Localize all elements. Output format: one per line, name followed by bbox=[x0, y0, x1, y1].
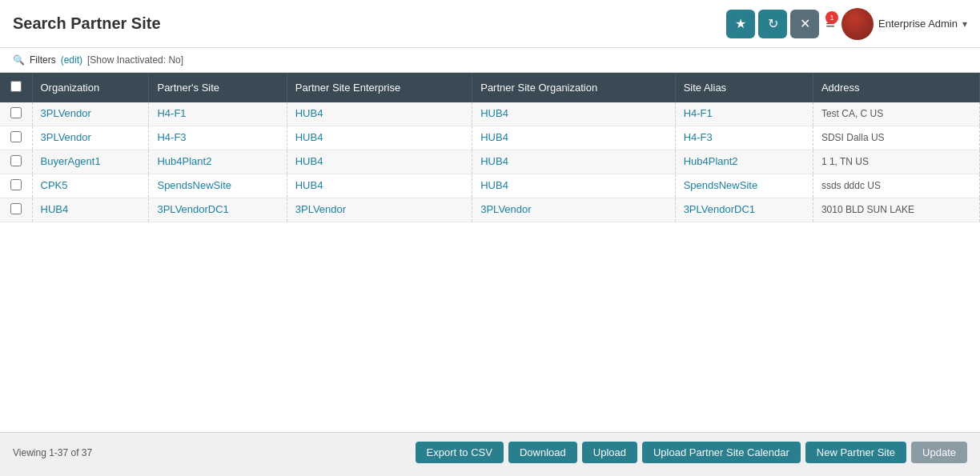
update-button[interactable]: Update bbox=[911, 442, 967, 463]
footer: Viewing 1-37 of 37 Export to CSV Downloa… bbox=[0, 432, 980, 472]
org-cell[interactable]: HUB4 bbox=[32, 198, 149, 222]
organization-cell[interactable]: HUB4 bbox=[472, 174, 675, 198]
select-all-header[interactable] bbox=[0, 73, 32, 102]
org-cell-link[interactable]: BuyerAgent1 bbox=[41, 155, 101, 167]
alias-cell[interactable]: SpendsNewSite bbox=[675, 174, 813, 198]
enterprise-cell-link[interactable]: HUB4 bbox=[295, 107, 323, 119]
partner-site-cell[interactable]: H4-F3 bbox=[149, 126, 287, 150]
download-button[interactable]: Download bbox=[508, 442, 577, 463]
table-row: CPK5SpendsNewSiteHUB4HUB4SpendsNewSitess… bbox=[0, 174, 980, 198]
enterprise-cell-link[interactable]: HUB4 bbox=[295, 131, 323, 143]
organization-cell[interactable]: HUB4 bbox=[472, 102, 675, 126]
organization-cell-link[interactable]: HUB4 bbox=[480, 179, 508, 191]
alias-cell[interactable]: 3PLVendorDC1 bbox=[675, 198, 813, 222]
header-right: ★ ↻ ✕ ≡ 1 Enterprise Admin ▾ bbox=[726, 8, 967, 40]
org-cell[interactable]: BuyerAgent1 bbox=[32, 150, 149, 174]
refresh-icon: ↻ bbox=[768, 16, 778, 31]
enterprise-cell[interactable]: 3PLVendor bbox=[287, 198, 472, 222]
org-cell-link[interactable]: 3PLVendor bbox=[41, 107, 91, 119]
organization-cell-link[interactable]: HUB4 bbox=[480, 107, 508, 119]
row-checkbox-cell[interactable] bbox=[0, 198, 32, 222]
export-csv-button[interactable]: Export to CSV bbox=[416, 442, 504, 463]
row-checkbox[interactable] bbox=[10, 155, 22, 166]
row-checkbox-cell[interactable] bbox=[0, 150, 32, 174]
upload-calendar-button[interactable]: Upload Partner Site Calendar bbox=[642, 442, 801, 463]
org-cell-link[interactable]: CPK5 bbox=[41, 179, 68, 191]
row-checkbox-cell[interactable] bbox=[0, 126, 32, 150]
partner-site-cell-link[interactable]: 3PLVendorDC1 bbox=[157, 203, 228, 215]
alias-cell[interactable]: Hub4Plant2 bbox=[675, 150, 813, 174]
org-cell-link[interactable]: HUB4 bbox=[41, 203, 69, 215]
org-cell-link[interactable]: 3PLVendor bbox=[41, 131, 91, 143]
alias-cell[interactable]: H4-F3 bbox=[675, 126, 813, 150]
organization-cell-link[interactable]: 3PLVendor bbox=[480, 203, 531, 215]
alias-cell-link[interactable]: 3PLVendorDC1 bbox=[684, 203, 755, 215]
enterprise-cell-link[interactable]: 3PLVendor bbox=[295, 203, 346, 215]
notification-badge: 1 bbox=[825, 11, 838, 24]
header: Search Partner Site ★ ↻ ✕ ≡ 1 Enterprise… bbox=[0, 0, 980, 48]
close-icon: ✕ bbox=[800, 16, 810, 31]
select-all-checkbox[interactable] bbox=[10, 81, 22, 92]
partner-site-cell[interactable]: 3PLVendorDC1 bbox=[149, 198, 287, 222]
enterprise-cell[interactable]: HUB4 bbox=[287, 174, 472, 198]
table-row: 3PLVendorH4-F3HUB4HUB4H4-F3SDSI Dalla US bbox=[0, 126, 980, 150]
col-organization: Organization bbox=[32, 73, 149, 102]
address-cell: Test CA, C US bbox=[813, 102, 979, 126]
table-row: BuyerAgent1Hub4Plant2HUB4HUB4Hub4Plant21… bbox=[0, 150, 980, 174]
col-partner-site: Partner's Site bbox=[149, 73, 287, 102]
header-icon-group: ★ ↻ ✕ bbox=[726, 10, 819, 38]
organization-cell-link[interactable]: HUB4 bbox=[480, 131, 508, 143]
star-button[interactable]: ★ bbox=[726, 10, 755, 38]
refresh-button[interactable]: ↻ bbox=[758, 10, 787, 38]
alias-cell-link[interactable]: SpendsNewSite bbox=[684, 179, 758, 191]
organization-cell[interactable]: HUB4 bbox=[472, 126, 675, 150]
org-cell[interactable]: CPK5 bbox=[32, 174, 149, 198]
row-checkbox[interactable] bbox=[10, 179, 22, 190]
organization-cell[interactable]: 3PLVendor bbox=[472, 198, 675, 222]
user-info[interactable]: Enterprise Admin ▾ bbox=[841, 8, 967, 40]
org-cell[interactable]: 3PLVendor bbox=[32, 126, 149, 150]
row-checkbox[interactable] bbox=[10, 203, 22, 214]
alias-cell-link[interactable]: Hub4Plant2 bbox=[684, 155, 738, 167]
enterprise-cell-link[interactable]: HUB4 bbox=[295, 179, 323, 191]
row-checkbox[interactable] bbox=[10, 107, 22, 118]
enterprise-cell[interactable]: HUB4 bbox=[287, 126, 472, 150]
filters-edit-link[interactable]: (edit) bbox=[61, 54, 82, 66]
table-row: 3PLVendorH4-F1HUB4HUB4H4-F1Test CA, C US bbox=[0, 102, 980, 126]
col-organization-ps: Partner Site Organization bbox=[472, 73, 675, 102]
notification-button[interactable]: ≡ 1 bbox=[825, 14, 835, 33]
row-checkbox[interactable] bbox=[10, 131, 22, 142]
org-cell[interactable]: 3PLVendor bbox=[32, 102, 149, 126]
organization-cell-link[interactable]: HUB4 bbox=[480, 155, 508, 167]
partner-site-cell[interactable]: Hub4Plant2 bbox=[149, 150, 287, 174]
partner-site-cell-link[interactable]: H4-F1 bbox=[157, 107, 186, 119]
alias-cell[interactable]: H4-F1 bbox=[675, 102, 813, 126]
star-icon: ★ bbox=[735, 16, 746, 31]
partner-site-cell[interactable]: H4-F1 bbox=[149, 102, 287, 126]
enterprise-cell[interactable]: HUB4 bbox=[287, 150, 472, 174]
organization-cell[interactable]: HUB4 bbox=[472, 150, 675, 174]
address-cell: 1 1, TN US bbox=[813, 150, 979, 174]
table-header-row: Organization Partner's Site Partner Site… bbox=[0, 73, 980, 102]
upload-button[interactable]: Upload bbox=[582, 442, 637, 463]
address-cell: ssds dddc US bbox=[813, 174, 979, 198]
row-checkbox-cell[interactable] bbox=[0, 174, 32, 198]
close-button[interactable]: ✕ bbox=[790, 10, 819, 38]
page-title: Search Partner Site bbox=[13, 14, 161, 33]
enterprise-cell[interactable]: HUB4 bbox=[287, 102, 472, 126]
row-checkbox-cell[interactable] bbox=[0, 102, 32, 126]
enterprise-cell-link[interactable]: HUB4 bbox=[295, 155, 323, 167]
alias-cell-link[interactable]: H4-F3 bbox=[684, 131, 713, 143]
partner-site-cell-link[interactable]: SpendsNewSite bbox=[157, 179, 231, 191]
address-cell: 3010 BLD SUN LAKE bbox=[813, 198, 979, 222]
avatar bbox=[841, 8, 874, 40]
user-name-label: Enterprise Admin bbox=[878, 18, 958, 30]
partner-site-cell-link[interactable]: Hub4Plant2 bbox=[157, 155, 211, 167]
partner-site-cell[interactable]: SpendsNewSite bbox=[149, 174, 287, 198]
col-address: Address bbox=[813, 73, 979, 102]
partner-site-table: Organization Partner's Site Partner Site… bbox=[0, 73, 980, 222]
search-icon: 🔍 bbox=[13, 54, 25, 66]
alias-cell-link[interactable]: H4-F1 bbox=[684, 107, 713, 119]
partner-site-cell-link[interactable]: H4-F3 bbox=[157, 131, 186, 143]
new-partner-site-button[interactable]: New Partner Site bbox=[805, 442, 906, 463]
